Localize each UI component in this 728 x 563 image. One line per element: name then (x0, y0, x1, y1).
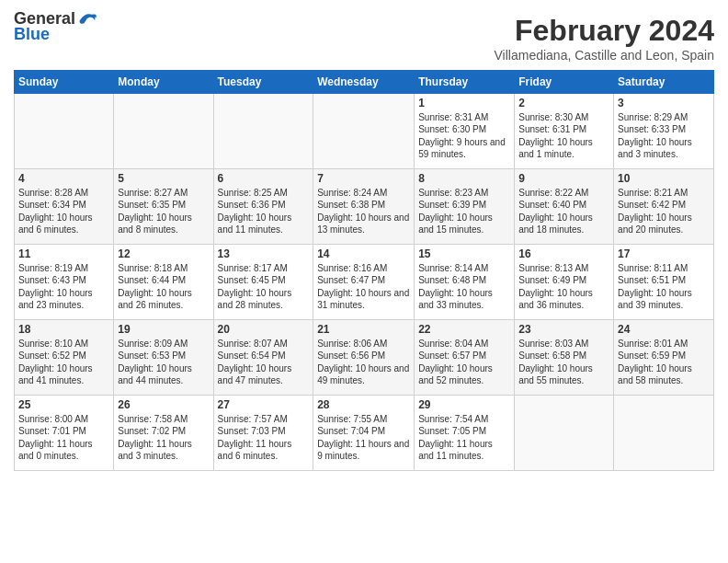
day-number: 24 (618, 323, 710, 336)
calendar-day-cell (313, 93, 415, 168)
day-info: Sunrise: 8:25 AMSunset: 6:36 PMDaylight:… (218, 187, 310, 236)
day-number: 16 (518, 247, 609, 260)
day-number: 28 (317, 398, 410, 411)
day-number: 6 (218, 172, 310, 185)
day-number: 18 (18, 323, 109, 336)
day-info: Sunrise: 8:19 AMSunset: 6:43 PMDaylight:… (18, 262, 109, 312)
day-info: Sunrise: 8:29 AMSunset: 6:33 PMDaylight:… (618, 111, 710, 161)
calendar-day-cell: 19Sunrise: 8:09 AMSunset: 6:53 PMDayligh… (114, 319, 213, 395)
day-number: 27 (218, 398, 310, 411)
day-number: 11 (18, 247, 109, 260)
calendar-day-cell: 10Sunrise: 8:21 AMSunset: 6:42 PMDayligh… (614, 168, 714, 244)
day-number: 23 (518, 323, 609, 336)
day-info: Sunrise: 8:30 AMSunset: 6:31 PMDaylight:… (518, 111, 609, 161)
calendar-day-cell (614, 395, 714, 470)
day-info: Sunrise: 8:21 AMSunset: 6:42 PMDaylight:… (618, 187, 710, 236)
day-info: Sunrise: 8:28 AMSunset: 6:34 PMDaylight:… (18, 187, 109, 236)
day-number: 4 (18, 172, 109, 185)
day-number: 15 (418, 247, 510, 260)
calendar-day-cell (15, 93, 114, 168)
day-info: Sunrise: 8:31 AMSunset: 6:30 PMDaylight:… (418, 111, 510, 161)
day-number: 20 (218, 323, 310, 336)
day-info: Sunrise: 8:01 AMSunset: 6:59 PMDaylight:… (618, 338, 710, 387)
calendar-day-cell: 1Sunrise: 8:31 AMSunset: 6:30 PMDaylight… (415, 93, 515, 168)
day-number: 19 (118, 323, 209, 336)
day-info: Sunrise: 8:09 AMSunset: 6:53 PMDaylight:… (118, 338, 209, 387)
day-info: Sunrise: 7:55 AMSunset: 7:04 PMDaylight:… (317, 413, 410, 463)
day-number: 21 (317, 323, 410, 336)
calendar-week-row: 18Sunrise: 8:10 AMSunset: 6:52 PMDayligh… (15, 319, 714, 395)
day-number: 3 (618, 97, 710, 109)
calendar-day-cell (515, 395, 614, 470)
day-info: Sunrise: 8:14 AMSunset: 6:48 PMDaylight:… (418, 262, 510, 312)
calendar-day-cell: 9Sunrise: 8:22 AMSunset: 6:40 PMDaylight… (515, 168, 614, 244)
header: February 2024 Villamediana, Castille and… (14, 14, 714, 63)
day-info: Sunrise: 8:04 AMSunset: 6:57 PMDaylight:… (418, 338, 510, 387)
day-info: Sunrise: 8:00 AMSunset: 7:01 PMDaylight:… (18, 413, 109, 463)
calendar-day-cell: 28Sunrise: 7:55 AMSunset: 7:04 PMDayligh… (313, 395, 415, 470)
calendar-day-cell: 11Sunrise: 8:19 AMSunset: 6:43 PMDayligh… (15, 244, 114, 319)
day-info: Sunrise: 8:06 AMSunset: 6:56 PMDaylight:… (317, 338, 410, 387)
calendar-day-cell: 8Sunrise: 8:23 AMSunset: 6:39 PMDaylight… (415, 168, 515, 244)
day-number: 10 (618, 172, 710, 185)
day-info: Sunrise: 7:57 AMSunset: 7:03 PMDaylight:… (218, 413, 310, 463)
month-title: February 2024 (14, 14, 714, 48)
day-number: 14 (317, 247, 410, 260)
day-info: Sunrise: 7:58 AMSunset: 7:02 PMDaylight:… (118, 413, 209, 463)
logo-bird-icon (77, 9, 97, 29)
day-info: Sunrise: 8:24 AMSunset: 6:38 PMDaylight:… (317, 187, 410, 236)
calendar-table: SundayMondayTuesdayWednesdayThursdayFrid… (14, 70, 714, 471)
calendar-week-row: 25Sunrise: 8:00 AMSunset: 7:01 PMDayligh… (15, 395, 714, 470)
calendar-day-cell: 17Sunrise: 8:11 AMSunset: 6:51 PMDayligh… (614, 244, 714, 319)
weekday-header-wednesday: Wednesday (313, 70, 415, 93)
calendar-day-cell: 20Sunrise: 8:07 AMSunset: 6:54 PMDayligh… (213, 319, 313, 395)
day-info: Sunrise: 8:27 AMSunset: 6:35 PMDaylight:… (118, 187, 209, 236)
calendar-day-cell: 7Sunrise: 8:24 AMSunset: 6:38 PMDaylight… (313, 168, 415, 244)
calendar-day-cell: 14Sunrise: 8:16 AMSunset: 6:47 PMDayligh… (313, 244, 415, 319)
location: Villamediana, Castille and Leon, Spain (14, 48, 714, 63)
day-info: Sunrise: 8:10 AMSunset: 6:52 PMDaylight:… (18, 338, 109, 387)
weekday-header-friday: Friday (515, 70, 614, 93)
calendar-day-cell: 25Sunrise: 8:00 AMSunset: 7:01 PMDayligh… (15, 395, 114, 470)
calendar-day-cell: 22Sunrise: 8:04 AMSunset: 6:57 PMDayligh… (415, 319, 515, 395)
day-number: 7 (317, 172, 410, 185)
calendar-day-cell: 18Sunrise: 8:10 AMSunset: 6:52 PMDayligh… (15, 319, 114, 395)
day-number: 29 (418, 398, 510, 411)
calendar-header-row: SundayMondayTuesdayWednesdayThursdayFrid… (15, 70, 714, 93)
calendar-day-cell (114, 93, 213, 168)
day-info: Sunrise: 8:17 AMSunset: 6:45 PMDaylight:… (218, 262, 310, 312)
day-info: Sunrise: 8:03 AMSunset: 6:58 PMDaylight:… (518, 338, 609, 387)
calendar-day-cell: 3Sunrise: 8:29 AMSunset: 6:33 PMDaylight… (614, 93, 714, 168)
calendar-day-cell: 29Sunrise: 7:54 AMSunset: 7:05 PMDayligh… (415, 395, 515, 470)
calendar-day-cell: 2Sunrise: 8:30 AMSunset: 6:31 PMDaylight… (515, 93, 614, 168)
calendar-day-cell: 26Sunrise: 7:58 AMSunset: 7:02 PMDayligh… (114, 395, 213, 470)
day-info: Sunrise: 8:22 AMSunset: 6:40 PMDaylight:… (518, 187, 609, 236)
day-number: 22 (418, 323, 510, 336)
calendar-week-row: 11Sunrise: 8:19 AMSunset: 6:43 PMDayligh… (15, 244, 714, 319)
day-number: 26 (118, 398, 209, 411)
day-number: 9 (518, 172, 609, 185)
calendar-day-cell: 4Sunrise: 8:28 AMSunset: 6:34 PMDaylight… (15, 168, 114, 244)
calendar-day-cell: 6Sunrise: 8:25 AMSunset: 6:36 PMDaylight… (213, 168, 313, 244)
day-number: 1 (418, 97, 510, 109)
calendar-day-cell: 5Sunrise: 8:27 AMSunset: 6:35 PMDaylight… (114, 168, 213, 244)
calendar-day-cell: 15Sunrise: 8:14 AMSunset: 6:48 PMDayligh… (415, 244, 515, 319)
weekday-header-monday: Monday (114, 70, 213, 93)
calendar-day-cell: 24Sunrise: 8:01 AMSunset: 6:59 PMDayligh… (614, 319, 714, 395)
day-info: Sunrise: 8:23 AMSunset: 6:39 PMDaylight:… (418, 187, 510, 236)
day-number: 13 (218, 247, 310, 260)
weekday-header-saturday: Saturday (614, 70, 714, 93)
calendar-day-cell: 16Sunrise: 8:13 AMSunset: 6:49 PMDayligh… (515, 244, 614, 319)
day-info: Sunrise: 8:18 AMSunset: 6:44 PMDaylight:… (118, 262, 209, 312)
day-number: 17 (618, 247, 710, 260)
calendar-day-cell: 13Sunrise: 8:17 AMSunset: 6:45 PMDayligh… (213, 244, 313, 319)
weekday-header-sunday: Sunday (15, 70, 114, 93)
day-info: Sunrise: 8:16 AMSunset: 6:47 PMDaylight:… (317, 262, 410, 312)
calendar-day-cell: 21Sunrise: 8:06 AMSunset: 6:56 PMDayligh… (313, 319, 415, 395)
day-number: 25 (18, 398, 109, 411)
calendar-week-row: 4Sunrise: 8:28 AMSunset: 6:34 PMDaylight… (15, 168, 714, 244)
day-number: 2 (518, 97, 609, 109)
calendar-day-cell: 23Sunrise: 8:03 AMSunset: 6:58 PMDayligh… (515, 319, 614, 395)
calendar-week-row: 1Sunrise: 8:31 AMSunset: 6:30 PMDaylight… (15, 93, 714, 168)
day-info: Sunrise: 8:11 AMSunset: 6:51 PMDaylight:… (618, 262, 710, 312)
